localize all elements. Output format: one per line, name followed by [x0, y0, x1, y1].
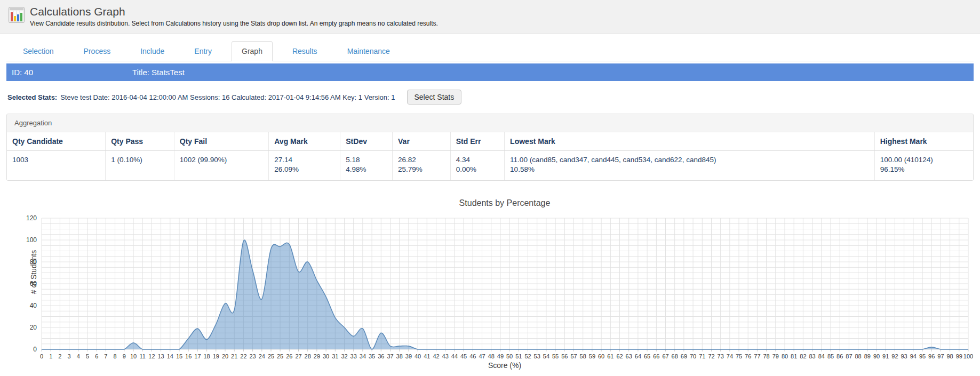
svg-text:35: 35	[369, 353, 375, 359]
record-header-bar: ID: 40 Title: StatsTest	[6, 63, 974, 81]
svg-text:21: 21	[231, 353, 237, 359]
svg-text:73: 73	[718, 353, 724, 359]
x-axis-title: Score (%)	[6, 361, 974, 370]
svg-text:48: 48	[488, 353, 495, 359]
svg-text:9: 9	[123, 353, 126, 359]
svg-text:83: 83	[809, 353, 815, 359]
col-stdev: StDev	[340, 132, 393, 151]
svg-text:30: 30	[323, 353, 329, 359]
svg-text:42: 42	[433, 353, 439, 359]
cell-stdev: 5.184.98%	[340, 151, 393, 181]
svg-text:63: 63	[626, 353, 632, 359]
svg-text:8: 8	[114, 353, 117, 359]
svg-text:93: 93	[901, 353, 907, 359]
svg-text:89: 89	[864, 353, 871, 359]
cell-qty-fail: 1002 (99.90%)	[174, 151, 268, 181]
svg-text:50: 50	[506, 353, 513, 359]
tab-include[interactable]: Include	[130, 41, 174, 61]
svg-text:29: 29	[314, 353, 320, 359]
svg-text:87: 87	[846, 353, 852, 359]
cell-lowest-mark: 11.00 (cand85, cand347, cand445, cand534…	[505, 151, 875, 181]
svg-text:17: 17	[194, 353, 201, 359]
tab-results[interactable]: Results	[282, 41, 328, 61]
svg-text:61: 61	[607, 353, 614, 359]
tab-maintenance[interactable]: Maintenance	[337, 41, 400, 61]
svg-text:80: 80	[782, 353, 788, 359]
svg-text:99: 99	[956, 353, 962, 359]
svg-text:60: 60	[598, 353, 604, 359]
svg-text:100: 100	[963, 353, 973, 359]
svg-text:32: 32	[341, 353, 347, 359]
col-highest-mark: Highest Mark	[874, 132, 973, 151]
svg-text:86: 86	[836, 353, 843, 359]
svg-text:39: 39	[405, 353, 412, 359]
select-stats-button[interactable]: Select Stats	[407, 90, 462, 105]
svg-text:43: 43	[442, 353, 449, 359]
svg-text:44: 44	[451, 353, 458, 359]
cell-qty-pass: 1 (0.10%)	[106, 151, 174, 181]
svg-text:66: 66	[653, 353, 659, 359]
svg-text:51: 51	[515, 353, 522, 359]
svg-text:22: 22	[240, 353, 246, 359]
svg-text:25: 25	[268, 353, 274, 359]
svg-text:0: 0	[33, 346, 37, 353]
svg-text:49: 49	[497, 353, 504, 359]
cell-avg-mark: 27.1426.09%	[269, 151, 340, 181]
svg-text:69: 69	[681, 353, 687, 359]
svg-text:46: 46	[469, 353, 476, 359]
svg-text:88: 88	[855, 353, 861, 359]
svg-text:26: 26	[286, 353, 292, 359]
svg-text:14: 14	[167, 353, 173, 359]
svg-text:28: 28	[305, 353, 311, 359]
students-chart: 0123456789101112131415161718192021222324…	[6, 213, 974, 360]
svg-text:91: 91	[882, 353, 889, 359]
chart-title: Students by Percentage	[6, 198, 974, 208]
svg-text:90: 90	[873, 353, 880, 359]
tab-graph[interactable]: Graph	[232, 41, 273, 61]
svg-text:31: 31	[332, 353, 338, 359]
selected-stats-text: Steve test Date: 2016-04-04 12:00:00 AM …	[60, 93, 395, 101]
app-header: Calculations Graph View Candidate result…	[0, 0, 980, 34]
svg-text:84: 84	[818, 353, 825, 359]
svg-text:96: 96	[928, 353, 935, 359]
svg-text:78: 78	[763, 353, 769, 359]
tab-selection[interactable]: Selection	[13, 41, 64, 61]
svg-text:3: 3	[68, 353, 71, 359]
svg-text:41: 41	[424, 353, 430, 359]
col-qty-candidate: Qty Candidate	[7, 132, 106, 151]
svg-text:82: 82	[800, 353, 806, 359]
svg-text:76: 76	[745, 353, 751, 359]
svg-text:13: 13	[157, 353, 164, 359]
svg-text:45: 45	[460, 353, 467, 359]
record-title: Title: StatsTest	[132, 68, 185, 77]
col-qty-pass: Qty Pass	[106, 132, 174, 151]
svg-text:18: 18	[203, 353, 210, 359]
aggregation-table: Qty Candidate Qty Pass Qty Fail Avg Mark…	[7, 132, 973, 180]
svg-text:70: 70	[690, 353, 696, 359]
aggregation-panel: Aggregation Qty Candidate Qty Pass Qty F…	[6, 114, 974, 181]
tab-entry[interactable]: Entry	[184, 41, 222, 61]
bar-chart-icon	[9, 7, 25, 23]
cell-highest-mark: 100.00 (410124)96.15%	[874, 151, 973, 181]
svg-text:55: 55	[552, 353, 559, 359]
svg-text:16: 16	[185, 353, 192, 359]
svg-text:20: 20	[222, 353, 228, 359]
svg-text:33: 33	[350, 353, 357, 359]
svg-text:120: 120	[26, 214, 37, 222]
tab-process[interactable]: Process	[74, 41, 121, 61]
svg-text:85: 85	[827, 353, 834, 359]
svg-text:97: 97	[937, 353, 944, 359]
table-header-row: Qty Candidate Qty Pass Qty Fail Avg Mark…	[7, 132, 973, 151]
col-var: Var	[393, 132, 451, 151]
svg-text:54: 54	[543, 353, 549, 359]
svg-text:71: 71	[699, 353, 705, 359]
svg-text:56: 56	[561, 353, 568, 359]
svg-text:6: 6	[95, 353, 98, 359]
svg-text:52: 52	[524, 353, 531, 359]
svg-text:92: 92	[891, 353, 898, 359]
tab-bar: Selection Process Include Entry Graph Re…	[6, 41, 974, 61]
cell-var: 26.8225.79%	[393, 151, 451, 181]
selected-stats-label: Selected Stats:	[7, 93, 57, 101]
svg-text:40: 40	[415, 353, 421, 359]
svg-text:12: 12	[148, 353, 155, 359]
